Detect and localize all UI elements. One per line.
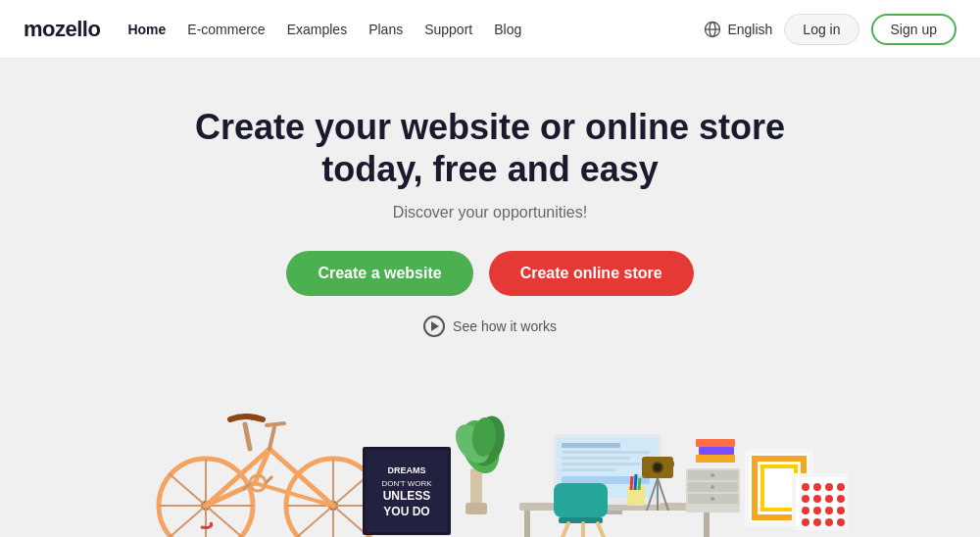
globe-icon	[704, 21, 721, 38]
create-website-button[interactable]: Create a website	[286, 251, 472, 296]
svg-point-107	[837, 518, 845, 526]
nav-links: Home E-commerce Examples Plans Support B…	[127, 22, 704, 37]
nav-blog[interactable]: Blog	[494, 22, 521, 37]
nav-right: English Log in Sign up	[704, 14, 956, 45]
svg-point-102	[825, 507, 833, 514]
play-triangle	[431, 321, 439, 331]
nav-support[interactable]: Support	[424, 22, 472, 37]
svg-rect-53	[562, 457, 630, 460]
hero-buttons: Create a website Create online store	[20, 251, 960, 296]
svg-line-62	[561, 523, 568, 537]
svg-point-105	[813, 518, 821, 526]
svg-line-82	[639, 478, 640, 490]
svg-point-67	[654, 464, 662, 471]
svg-rect-83	[696, 455, 735, 463]
svg-text:DON'T WORK: DON'T WORK	[381, 479, 432, 488]
svg-point-76	[710, 485, 714, 489]
nav-home[interactable]: Home	[127, 22, 166, 37]
svg-rect-68	[666, 462, 674, 466]
nav-ecommerce[interactable]: E-commerce	[187, 22, 265, 37]
svg-rect-85	[696, 439, 735, 447]
svg-line-10	[169, 506, 206, 537]
svg-text:DREAMS: DREAMS	[387, 465, 425, 475]
svg-point-99	[837, 495, 845, 503]
illustration: DREAMS DON'T WORK UNLESS YOU DO	[0, 331, 980, 537]
svg-point-101	[813, 507, 821, 514]
svg-rect-51	[562, 443, 620, 448]
svg-rect-54	[562, 463, 640, 465]
svg-line-29	[270, 427, 274, 449]
navbar: mozello Home E-commerce Examples Plans S…	[0, 0, 980, 59]
svg-rect-52	[562, 451, 650, 454]
hero-subtitle: Discover your opportunities!	[20, 204, 960, 221]
svg-point-78	[710, 497, 714, 501]
svg-point-106	[825, 518, 833, 526]
svg-line-8	[169, 473, 206, 506]
svg-point-104	[802, 518, 809, 526]
svg-point-103	[837, 507, 845, 514]
svg-rect-47	[524, 511, 530, 537]
svg-line-28	[245, 424, 250, 449]
svg-line-12	[206, 506, 243, 537]
svg-point-92	[802, 483, 809, 491]
svg-rect-40	[470, 468, 482, 508]
svg-point-100	[802, 507, 809, 514]
svg-rect-41	[466, 503, 487, 514]
svg-point-93	[813, 483, 821, 491]
logo: mozello	[24, 17, 100, 42]
svg-point-95	[837, 483, 845, 491]
svg-rect-84	[699, 447, 734, 455]
language-selector[interactable]: English	[704, 21, 772, 38]
svg-point-94	[825, 483, 833, 491]
hero-section: Create your website or online store toda…	[0, 59, 980, 537]
svg-text:YOU DO: YOU DO	[383, 505, 429, 518]
signup-button[interactable]: Sign up	[871, 14, 956, 45]
svg-line-80	[631, 476, 632, 490]
svg-rect-55	[562, 468, 615, 471]
svg-line-30	[267, 423, 284, 425]
svg-point-74	[710, 473, 714, 477]
language-label: English	[727, 22, 772, 37]
svg-text:UNLESS: UNLESS	[383, 489, 431, 503]
svg-point-96	[802, 495, 809, 503]
svg-point-98	[825, 495, 833, 503]
nav-plans[interactable]: Plans	[368, 22, 403, 37]
svg-rect-60	[554, 483, 608, 517]
nav-examples[interactable]: Examples	[287, 22, 347, 37]
login-button[interactable]: Log in	[784, 14, 858, 45]
svg-line-64	[598, 523, 606, 537]
svg-line-33	[266, 476, 272, 483]
svg-line-20	[296, 506, 333, 537]
svg-rect-48	[704, 511, 710, 537]
svg-point-97	[813, 495, 821, 503]
create-store-button[interactable]: Create online store	[489, 251, 694, 296]
hero-title: Create your website or online store toda…	[20, 106, 960, 190]
svg-line-81	[635, 474, 636, 490]
